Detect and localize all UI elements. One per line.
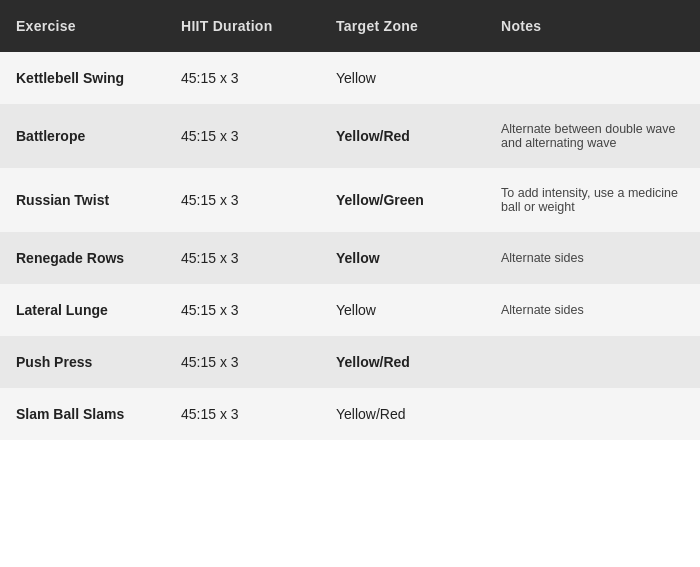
cell-notes bbox=[485, 336, 700, 388]
table-row: Kettlebell Swing45:15 x 3Yellow bbox=[0, 52, 700, 104]
cell-target: Yellow/Red bbox=[320, 104, 485, 168]
cell-hiit: 45:15 x 3 bbox=[165, 232, 320, 284]
table-row: Lateral Lunge45:15 x 3YellowAlternate si… bbox=[0, 284, 700, 336]
cell-hiit: 45:15 x 3 bbox=[165, 284, 320, 336]
cell-target: Yellow bbox=[320, 52, 485, 104]
cell-exercise: Russian Twist bbox=[0, 168, 165, 232]
cell-notes: Alternate sides bbox=[485, 232, 700, 284]
table-row: Slam Ball Slams45:15 x 3Yellow/Red bbox=[0, 388, 700, 440]
table-header: Exercise HIIT Duration Target Zone Notes bbox=[0, 0, 700, 52]
cell-target: Yellow bbox=[320, 232, 485, 284]
cell-hiit: 45:15 x 3 bbox=[165, 336, 320, 388]
cell-notes bbox=[485, 388, 700, 440]
cell-exercise: Renegade Rows bbox=[0, 232, 165, 284]
cell-notes: Alternate sides bbox=[485, 284, 700, 336]
cell-hiit: 45:15 x 3 bbox=[165, 168, 320, 232]
header-notes: Notes bbox=[485, 0, 700, 52]
cell-target: Yellow bbox=[320, 284, 485, 336]
cell-exercise: Lateral Lunge bbox=[0, 284, 165, 336]
cell-exercise: Battlerope bbox=[0, 104, 165, 168]
cell-target: Yellow/Green bbox=[320, 168, 485, 232]
header-exercise: Exercise bbox=[0, 0, 165, 52]
cell-exercise: Slam Ball Slams bbox=[0, 388, 165, 440]
cell-notes: Alternate between double wave and altern… bbox=[485, 104, 700, 168]
table-row: Russian Twist45:15 x 3Yellow/GreenTo add… bbox=[0, 168, 700, 232]
cell-target: Yellow/Red bbox=[320, 336, 485, 388]
cell-exercise: Push Press bbox=[0, 336, 165, 388]
cell-hiit: 45:15 x 3 bbox=[165, 388, 320, 440]
cell-notes: To add intensity, use a medicine ball or… bbox=[485, 168, 700, 232]
cell-target: Yellow/Red bbox=[320, 388, 485, 440]
cell-notes bbox=[485, 52, 700, 104]
cell-hiit: 45:15 x 3 bbox=[165, 104, 320, 168]
cell-exercise: Kettlebell Swing bbox=[0, 52, 165, 104]
table-row: Push Press45:15 x 3Yellow/Red bbox=[0, 336, 700, 388]
cell-hiit: 45:15 x 3 bbox=[165, 52, 320, 104]
table-row: Renegade Rows45:15 x 3YellowAlternate si… bbox=[0, 232, 700, 284]
header-hiit: HIIT Duration bbox=[165, 0, 320, 52]
table-row: Battlerope45:15 x 3Yellow/RedAlternate b… bbox=[0, 104, 700, 168]
header-target: Target Zone bbox=[320, 0, 485, 52]
